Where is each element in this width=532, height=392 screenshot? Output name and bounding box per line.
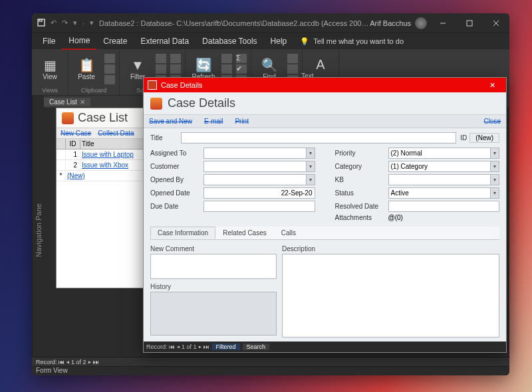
attachments-value[interactable]: @(0) — [388, 214, 500, 221]
chevron-down-icon[interactable]: ▾ — [306, 147, 315, 159]
format-painter-icon[interactable] — [104, 75, 115, 84]
svg-rect-3 — [467, 21, 472, 26]
save-record-icon[interactable] — [221, 64, 232, 74]
title-input[interactable] — [181, 132, 456, 144]
kb-label: KB — [335, 176, 384, 183]
group-clipboard: Clipboard — [81, 87, 107, 94]
details-heading: Case Details — [168, 96, 235, 110]
assigned-to-combo[interactable]: ▾ — [203, 147, 315, 159]
email-link[interactable]: E-mail — [204, 118, 223, 125]
assigned-to-label: Assigned To — [150, 149, 200, 157]
new-record-icon[interactable] — [221, 54, 232, 63]
advanced-filter-icon[interactable] — [170, 64, 181, 74]
description-label: Description — [282, 245, 499, 252]
opened-date-input[interactable] — [203, 187, 315, 199]
id-value: (New) — [469, 133, 499, 143]
priority-label: Priority — [335, 149, 384, 157]
new-case-link[interactable]: New Case — [61, 130, 91, 137]
toggle-filter-icon[interactable] — [170, 54, 181, 63]
category-combo[interactable]: ▾ — [388, 161, 500, 172]
collect-data-link[interactable]: Collect Data — [98, 130, 134, 137]
sort-desc-icon[interactable] — [156, 64, 166, 74]
opened-by-combo[interactable]: ▾ — [203, 174, 315, 185]
new-comment-input[interactable] — [150, 254, 277, 279]
tab-database-tools[interactable]: Database Tools — [196, 33, 264, 49]
status-combo[interactable]: ▾ — [388, 187, 500, 199]
chevron-down-icon[interactable]: ▾ — [306, 174, 315, 185]
chevron-down-icon[interactable]: ▾ — [490, 161, 499, 172]
form-logo-icon — [62, 112, 74, 124]
customer-label: Customer — [150, 163, 200, 170]
qat-more-icon[interactable]: ▾ — [73, 19, 77, 27]
close-form-link[interactable]: Close — [483, 118, 501, 125]
form-logo-icon — [150, 98, 162, 110]
save-and-new-link[interactable]: Save and New — [149, 118, 192, 125]
chevron-down-icon[interactable]: ▾ — [490, 187, 499, 199]
lightbulb-icon: 💡 — [300, 37, 309, 46]
redo-icon[interactable]: ↷ — [62, 19, 68, 27]
view-button[interactable]: ▦View — [36, 52, 64, 86]
maximize-button[interactable] — [456, 13, 483, 33]
minimize-button[interactable] — [430, 13, 456, 33]
priority-combo[interactable]: ▾ — [388, 147, 500, 159]
due-date-label: Due Date — [150, 203, 200, 210]
customer-combo[interactable]: ▾ — [203, 161, 315, 172]
tab-case-information[interactable]: Case Information — [150, 227, 215, 239]
undo-icon[interactable]: ↶ — [51, 19, 57, 27]
category-label: Category — [335, 163, 384, 170]
tab-related-cases[interactable]: Related Cases — [215, 227, 274, 239]
close-button[interactable] — [483, 13, 509, 33]
history-label: History — [150, 283, 277, 290]
details-titlebar: Case Details ✕ — [144, 78, 506, 92]
filtered-chip[interactable]: Filtered — [212, 343, 240, 350]
ribbon-tabs: File Home Create External Data Database … — [32, 33, 509, 49]
tab-home[interactable]: Home — [62, 33, 96, 50]
col-id[interactable]: ID — [66, 139, 80, 149]
access-icon — [148, 80, 157, 90]
tell-me-search[interactable]: 💡 Tell me what you want to do — [300, 37, 404, 46]
chevron-down-icon[interactable]: ▾ — [306, 161, 315, 172]
paste-button[interactable]: 📋Paste — [72, 52, 100, 86]
qat-overflow-icon[interactable]: ▾ — [90, 19, 94, 27]
tab-file[interactable]: File — [36, 33, 62, 49]
svg-rect-1 — [39, 19, 42, 21]
tab-external-data[interactable]: External Data — [134, 33, 196, 49]
save-icon[interactable] — [37, 19, 45, 28]
resolved-date-label: Resolved Date — [335, 203, 384, 210]
tab-create[interactable]: Create — [96, 33, 134, 49]
details-tabs: Case Information Related Cases Calls — [150, 227, 499, 240]
sort-asc-icon[interactable] — [156, 54, 166, 63]
due-date-input[interactable] — [203, 201, 315, 212]
qat-sep: · — [82, 19, 84, 27]
app-title: Database2 : Database- C:\Users\arifb\Doc… — [99, 19, 370, 27]
status-text: Form View — [32, 367, 509, 374]
cut-icon[interactable] — [104, 54, 115, 63]
description-input[interactable] — [282, 254, 499, 338]
record-navigator[interactable]: Record: ⏮ ◀ 1 of 2 ▶ ⏭ — [32, 357, 509, 367]
close-button[interactable]: ✕ — [482, 81, 502, 90]
spelling-icon[interactable]: ✔ — [236, 64, 247, 74]
goto-icon[interactable] — [287, 64, 298, 74]
search-chip[interactable]: Search — [243, 343, 270, 350]
doc-tab-case-list[interactable]: Case List✕ — [44, 98, 90, 106]
tab-help[interactable]: Help — [264, 33, 294, 49]
navigation-pane-toggle[interactable]: Navigation Pane — [32, 96, 44, 365]
print-link[interactable]: Print — [235, 118, 249, 125]
case-list-title: Case List — [78, 111, 128, 125]
chevron-down-icon[interactable]: ▾ — [490, 147, 499, 159]
opened-by-label: Opened By — [150, 176, 200, 183]
user-name: Arif Bacchus — [370, 19, 411, 27]
close-icon[interactable]: ✕ — [80, 98, 85, 106]
status-label: Status — [335, 189, 384, 197]
chevron-down-icon[interactable]: ▾ — [490, 174, 499, 185]
new-comment-label: New Comment — [150, 245, 277, 252]
kb-combo[interactable]: ▾ — [388, 174, 500, 185]
case-details-window: Case Details ✕ Case Details Save and New… — [143, 77, 507, 353]
record-navigator[interactable]: Record: ⏮ ◀ 1 of 1 ▶ ⏭ — [146, 343, 209, 350]
copy-icon[interactable] — [104, 64, 115, 74]
user-info[interactable]: Arif Bacchus — [370, 17, 430, 29]
totals-icon[interactable]: Σ — [236, 54, 247, 63]
resolved-date-input[interactable] — [388, 201, 500, 212]
tab-calls[interactable]: Calls — [274, 227, 303, 239]
replace-icon[interactable] — [287, 54, 298, 63]
